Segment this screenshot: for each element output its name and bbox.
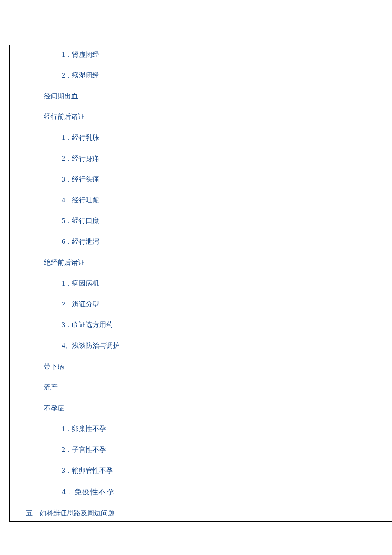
outline-line: 4、浅谈防治与调护 [26, 341, 392, 350]
outline-line: 绝经前后诸证 [26, 258, 392, 267]
outline-line: 流产 [26, 383, 392, 392]
outline-line: 5．经行口糜 [26, 217, 392, 225]
outline-line: 4．免疫性不孕 [26, 487, 392, 497]
outline-line: 1．病因病机 [26, 279, 392, 288]
outline-line: 1．卵巢性不孕 [26, 425, 392, 434]
outline-line: 4．经行吐衄 [26, 196, 392, 205]
outline-line: 3．输卵管性不孕 [26, 466, 392, 475]
outline-line: 2．辨证分型 [26, 300, 392, 309]
outline-line: 带下病 [26, 362, 392, 371]
outline-line: 五．妇科辨证思路及周边问题 [26, 509, 392, 518]
outline-line: 2．经行身痛 [26, 154, 392, 163]
document-content: 1．肾虚闭经2．痰湿闭经经间期出血经行前后诸证1．经行乳胀2．经行身痛3．经行头… [26, 50, 392, 518]
outline-line: 2．子宫性不孕 [26, 445, 392, 454]
outline-line: 不孕症 [26, 404, 392, 413]
outline-line: 1．肾虚闭经 [26, 50, 392, 59]
outline-line: 2．痰湿闭经 [26, 71, 392, 80]
document-frame: 1．肾虚闭经2．痰湿闭经经间期出血经行前后诸证1．经行乳胀2．经行身痛3．经行头… [9, 45, 392, 522]
outline-line: 1．经行乳胀 [26, 133, 392, 142]
outline-line: 6．经行泄泻 [26, 237, 392, 246]
outline-line: 3．临证选方用药 [26, 321, 392, 330]
outline-line: 3．经行头痛 [26, 175, 392, 184]
outline-line: 经行前后诸证 [26, 113, 392, 121]
outline-line: 经间期出血 [26, 92, 392, 101]
